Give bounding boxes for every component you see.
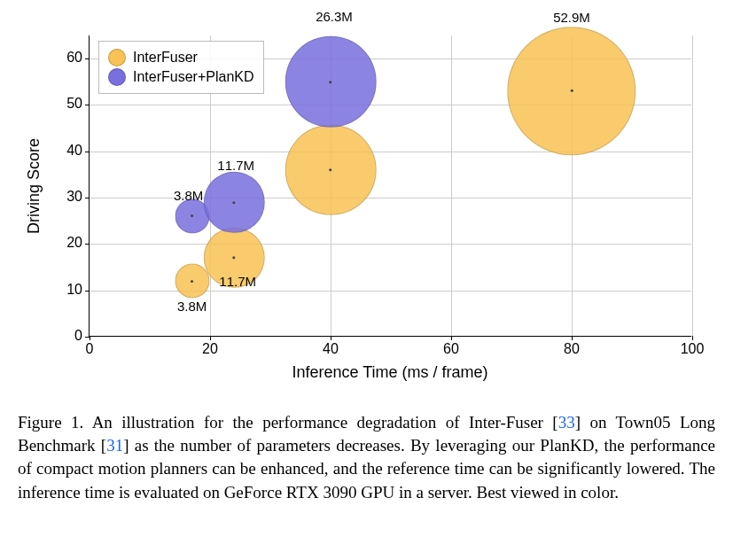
swatch-icon <box>108 49 126 66</box>
ytick-label: 30 <box>54 189 90 205</box>
xtick-label: 40 <box>313 336 348 357</box>
citation-link[interactable]: 33 <box>558 413 575 432</box>
ylabel: Driving Score <box>25 138 43 234</box>
legend-item-plankd: InterFuser+PlanKD <box>108 68 254 86</box>
bubble-label: 52.9M <box>553 10 590 25</box>
chart-container: Driving Score InterFuser InterFuser+Plan… <box>18 18 715 399</box>
figure-caption: Figure 1. An illustration for the perfor… <box>18 411 715 504</box>
bubble-center-dot <box>330 168 332 171</box>
data-bubble <box>204 172 264 232</box>
data-bubble <box>285 36 377 128</box>
caption-text: An illustration for the performance degr… <box>83 413 558 432</box>
xtick-label: 20 <box>192 336 228 357</box>
ytick-label: 60 <box>54 50 90 66</box>
caption-prefix: Figure 1. <box>18 413 83 432</box>
swatch-icon <box>108 68 126 86</box>
xtick-label: 80 <box>554 336 589 357</box>
ytick-label: 40 <box>54 143 90 159</box>
bubble-center-dot <box>191 280 193 283</box>
legend-label: InterFuser+PlanKD <box>133 69 254 85</box>
bubble-center-dot <box>570 89 573 92</box>
bubble-center-dot <box>191 214 193 217</box>
data-bubble <box>175 264 209 299</box>
citation-link[interactable]: 31 <box>106 436 123 455</box>
legend-item-interfuser: InterFuser <box>108 49 254 66</box>
bubble-label: 11.7M <box>219 274 256 289</box>
bubble-label: 11.7M <box>217 158 254 173</box>
bubble-center-dot <box>233 201 236 204</box>
gridline-v <box>692 35 693 336</box>
caption-text: ] as the number of parameters decreases.… <box>18 436 715 501</box>
bubble-label: 3.8M <box>177 299 207 314</box>
legend-label: InterFuser <box>133 50 198 66</box>
ytick-label: 10 <box>54 282 90 298</box>
ytick-label: 0 <box>54 328 90 344</box>
bubble-label: 26.3M <box>316 9 353 24</box>
ytick-label: 50 <box>54 96 90 112</box>
bubble-center-dot <box>330 81 332 83</box>
data-bubble <box>507 27 636 155</box>
bubble-label: 3.8M <box>174 188 203 203</box>
gridline-h <box>90 244 691 245</box>
xlabel: Inference Time (ms / frame) <box>89 363 691 382</box>
gridline-h <box>90 152 691 152</box>
ytick-label: 20 <box>54 235 90 251</box>
xtick-label: 100 <box>675 336 710 357</box>
bubble-center-dot <box>233 257 236 260</box>
xtick-label: 60 <box>433 336 469 357</box>
data-bubble <box>285 124 377 215</box>
legend: InterFuser InterFuser+PlanKD <box>98 41 264 94</box>
plot-area: InterFuser InterFuser+PlanKD 02040608010… <box>89 35 691 337</box>
